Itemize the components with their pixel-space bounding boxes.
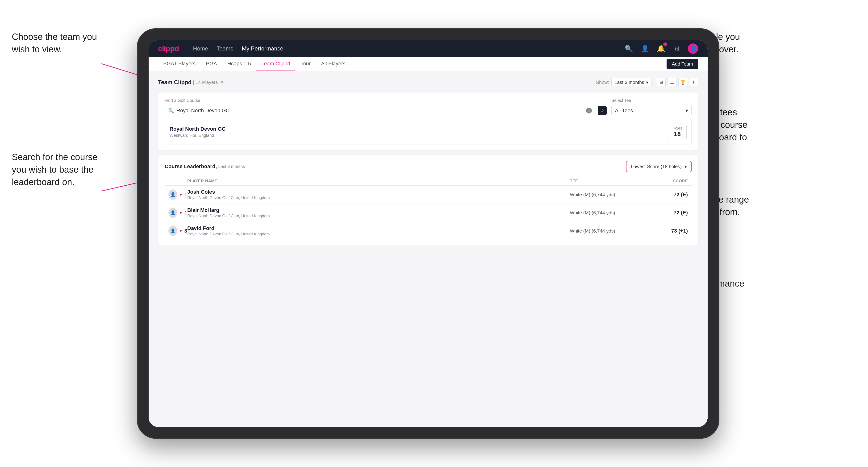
rank-cell-3: 👤 ♥ 3 bbox=[168, 226, 187, 236]
show-dropdown[interactable]: Last 3 months ▾ bbox=[611, 78, 651, 87]
tee-cell-1: White (M) (6,744 yds) bbox=[570, 192, 641, 197]
course-search-input[interactable] bbox=[177, 107, 584, 114]
search-row: Find a Golf Course 🔍 ✕ ☆ Select Tee bbox=[165, 98, 691, 116]
table-header: PLAYER NAME TEE SCORE bbox=[165, 177, 691, 186]
score-cell-1: 72 (E) bbox=[641, 191, 688, 198]
nav-teams[interactable]: Teams bbox=[217, 45, 233, 52]
course-info: Royal North Devon GC Westward Ho!, Engla… bbox=[169, 126, 225, 138]
nav-icons: 🔍 👤 🔔 1 ⚙ 👤 bbox=[624, 43, 698, 54]
leaderboard-subtitle: Last 3 months bbox=[218, 164, 245, 169]
show-value: Last 3 months bbox=[614, 80, 644, 85]
tee-cell-3: White (M) (6,744 yds) bbox=[570, 228, 641, 234]
trophy-icon[interactable]: 🏆 bbox=[678, 78, 687, 87]
logo: clippd bbox=[158, 44, 179, 53]
annotation-top-left: Choose the team you wish to view. bbox=[12, 31, 97, 56]
avatar-icon[interactable]: 👤 bbox=[688, 43, 698, 54]
tee-value: All Tees bbox=[615, 107, 633, 114]
player-club-2: Royal North Devon Golf Club, United King… bbox=[187, 214, 570, 218]
table-row: 👤 ♥ 1 Blair McHarg Royal North Devon Gol… bbox=[165, 204, 691, 222]
holes-number: 18 bbox=[673, 130, 682, 138]
subnav-pgat[interactable]: PGAT Players bbox=[158, 57, 201, 71]
nav-home[interactable]: Home bbox=[193, 45, 208, 52]
add-team-button[interactable]: Add Team bbox=[666, 59, 698, 69]
show-label-group: Show: Last 3 months ▾ ⊞ ☰ 🏆 ⬇ bbox=[596, 78, 698, 87]
score-type-dropdown[interactable]: Lowest Score (18 holes) ▾ bbox=[626, 161, 691, 172]
edit-icon[interactable]: ✏ bbox=[220, 80, 224, 85]
bell-icon[interactable]: 🔔 1 bbox=[656, 43, 666, 54]
search-magnifier-icon: 🔍 bbox=[168, 108, 174, 114]
heart-icon-1[interactable]: ♥ bbox=[180, 192, 182, 197]
tablet-frame: clippd Home Teams My Performance 🔍 👤 🔔 1… bbox=[137, 28, 719, 439]
view-icons: ⊞ ☰ 🏆 ⬇ bbox=[657, 78, 698, 87]
tablet-screen: clippd Home Teams My Performance 🔍 👤 🔔 1… bbox=[149, 40, 708, 427]
settings-icon[interactable]: ⚙ bbox=[672, 43, 682, 54]
nav-links: Home Teams My Performance bbox=[193, 45, 614, 52]
team-subtitle: | 14 Players bbox=[193, 80, 218, 85]
player-avatar-2: 👤 bbox=[168, 208, 177, 218]
tee-cell-2: White (M) (6,744 yds) bbox=[570, 210, 641, 216]
download-icon[interactable]: ⬇ bbox=[689, 78, 698, 87]
select-tee-label: Select Tee bbox=[611, 98, 691, 103]
find-course-label: Find a Golf Course bbox=[165, 98, 607, 103]
subnav-team-clippd[interactable]: Team Clippd bbox=[256, 57, 295, 71]
leaderboard-title: Course Leaderboard, bbox=[165, 163, 217, 169]
select-tee-col: Select Tee All Tees ▾ bbox=[611, 98, 691, 116]
tee-dropdown[interactable]: All Tees ▾ bbox=[611, 105, 691, 116]
player-name-3: David Ford bbox=[187, 225, 570, 231]
player-name-1: Josh Coles bbox=[187, 189, 570, 195]
rank-number-1: 1 bbox=[184, 191, 187, 198]
heart-icon-2[interactable]: ♥ bbox=[180, 210, 182, 215]
subnav-pga[interactable]: PGA bbox=[201, 57, 222, 71]
nav-my-performance[interactable]: My Performance bbox=[242, 45, 283, 52]
search-icon[interactable]: 🔍 bbox=[624, 43, 634, 54]
sub-navbar: PGAT Players PGA Hcaps 1-5 Team Clippd T… bbox=[149, 57, 708, 71]
table-row: 👤 ♥ 3 David Ford Royal North Devon Golf … bbox=[165, 222, 691, 240]
leaderboard-header: Course Leaderboard, Last 3 months Lowest… bbox=[165, 161, 691, 172]
notification-badge: 1 bbox=[663, 42, 667, 46]
score-type-value: Lowest Score (18 holes) bbox=[631, 164, 682, 169]
holes-badge: Holes 18 bbox=[668, 124, 687, 140]
heart-icon-3[interactable]: ♥ bbox=[180, 228, 182, 234]
subnav-all-players[interactable]: All Players bbox=[316, 57, 351, 71]
search-section: Find a Golf Course 🔍 ✕ ☆ Select Tee bbox=[158, 92, 698, 151]
favorite-button[interactable]: ☆ bbox=[598, 106, 607, 115]
rank-cell-2: 👤 ♥ 1 bbox=[168, 208, 187, 218]
player-cell-3: David Ford Royal North Devon Golf Club, … bbox=[187, 225, 570, 237]
list-view-button[interactable]: ☰ bbox=[668, 78, 677, 87]
col-header-blank bbox=[168, 179, 187, 184]
player-club-1: Royal North Devon Golf Club, United King… bbox=[187, 195, 570, 200]
player-avatar-1: 👤 bbox=[168, 189, 177, 200]
person-icon[interactable]: 👤 bbox=[640, 43, 650, 54]
col-header-player: PLAYER NAME bbox=[187, 179, 570, 184]
show-text: Show: bbox=[596, 80, 609, 85]
course-search-input-wrapper[interactable]: 🔍 ✕ bbox=[165, 105, 595, 116]
player-cell-1: Josh Coles Royal North Devon Golf Club, … bbox=[187, 189, 570, 200]
holes-label: Holes bbox=[673, 126, 682, 130]
player-name-2: Blair McHarg bbox=[187, 207, 570, 213]
rank-number-3: 3 bbox=[184, 228, 187, 234]
player-club-3: Royal North Devon Golf Club, United King… bbox=[187, 232, 570, 237]
player-cell-2: Blair McHarg Royal North Devon Golf Club… bbox=[187, 207, 570, 218]
col-header-score: SCORE bbox=[641, 179, 688, 184]
table-row: 👤 ♥ 1 Josh Coles Royal North Devon Golf … bbox=[165, 186, 691, 204]
tee-chevron-icon: ▾ bbox=[685, 107, 688, 114]
leaderboard-table: PLAYER NAME TEE SCORE 👤 ♥ 1 Josh Coles bbox=[165, 177, 691, 240]
col-header-tee: TEE bbox=[570, 179, 641, 184]
team-title: Team Clippd bbox=[158, 79, 191, 86]
dropdown-chevron-icon: ▾ bbox=[646, 80, 648, 85]
rank-number-2: 1 bbox=[184, 210, 187, 216]
find-course-col: Find a Golf Course 🔍 ✕ ☆ bbox=[165, 98, 607, 116]
leaderboard-section: Course Leaderboard, Last 3 months Lowest… bbox=[158, 155, 698, 246]
top-navbar: clippd Home Teams My Performance 🔍 👤 🔔 1… bbox=[149, 40, 708, 57]
clear-search-button[interactable]: ✕ bbox=[586, 108, 592, 114]
score-cell-3: 73 (+1) bbox=[641, 228, 688, 234]
score-cell-2: 72 (E) bbox=[641, 210, 688, 216]
grid-view-button[interactable]: ⊞ bbox=[657, 78, 665, 87]
player-avatar-3: 👤 bbox=[168, 226, 177, 236]
subnav-hcaps[interactable]: Hcaps 1-5 bbox=[222, 57, 256, 71]
team-header: Team Clippd | 14 Players ✏ Show: Last 3 … bbox=[158, 78, 698, 87]
annotation-middle-left: Search for the course you wish to base t… bbox=[12, 151, 97, 189]
course-location: Westward Ho!, England bbox=[169, 133, 225, 138]
score-type-chevron-icon: ▾ bbox=[684, 164, 687, 169]
subnav-tour[interactable]: Tour bbox=[295, 57, 316, 71]
